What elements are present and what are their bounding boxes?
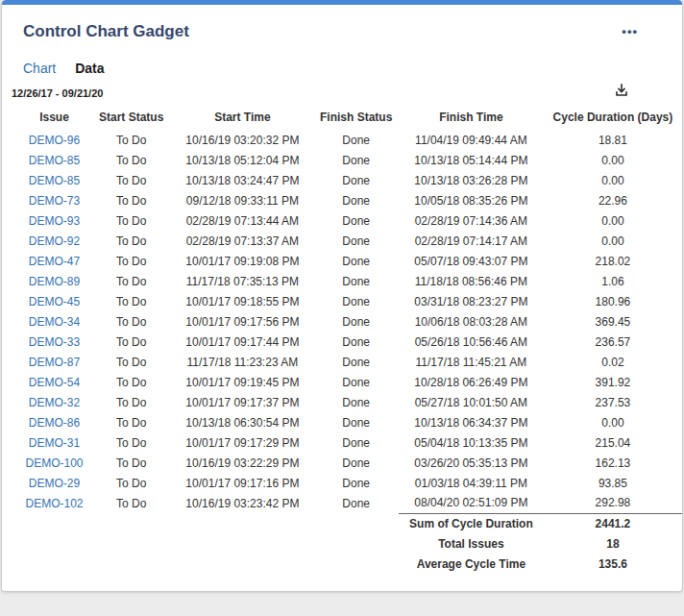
table-cell: To Do <box>91 352 171 372</box>
issue-link[interactable]: DEMO-73 <box>29 194 80 208</box>
issue-link[interactable]: DEMO-34 <box>29 315 80 329</box>
issue-link[interactable]: DEMO-45 <box>29 295 80 308</box>
table-cell: To Do <box>91 150 171 170</box>
table-cell: 02/28/19 07:14:17 AM <box>399 231 544 251</box>
table-cell: 05/04/18 10:13:35 PM <box>399 432 544 453</box>
table-cell: 180.96 <box>544 291 682 311</box>
table-cell: 10/01/17 09:17:29 PM <box>171 432 313 453</box>
issue-link[interactable]: DEMO-92 <box>29 234 80 248</box>
table-row: DEMO-100To Do10/16/19 03:22:29 PMDone03/… <box>17 453 682 473</box>
table-cell: 10/13/18 03:26:28 PM <box>399 170 544 190</box>
table-cell: 292.98 <box>544 493 682 513</box>
issue-link[interactable]: DEMO-85 <box>29 174 80 187</box>
table-cell: Done <box>313 432 398 453</box>
table-cell: To Do <box>91 493 171 513</box>
control-chart-gadget-card: Control Chart Gadget ••• Chart Data 12/2… <box>1 0 683 592</box>
table-cell: 02/28/19 07:13:44 AM <box>171 210 313 231</box>
tab-chart[interactable]: Chart <box>23 61 56 76</box>
table-header-row: IssueStart StatusStart TimeFinish Status… <box>17 109 682 130</box>
issue-cell: DEMO-86 <box>17 412 91 432</box>
issue-cell: DEMO-89 <box>17 271 91 291</box>
table-cell: 10/16/19 03:20:32 PM <box>171 130 313 150</box>
table-cell: Done <box>313 453 398 473</box>
table-cell: Done <box>313 493 398 513</box>
table-cell: 10/05/18 08:35:26 PM <box>399 190 544 210</box>
table-row: DEMO-34To Do10/01/17 09:17:56 PMDone10/0… <box>17 311 682 332</box>
ellipsis-icon: ••• <box>622 24 638 38</box>
table-cell: 0.02 <box>544 352 682 372</box>
table-cell: To Do <box>91 190 171 210</box>
table-cell: To Do <box>91 412 171 432</box>
table-cell: To Do <box>91 392 171 412</box>
issue-cell: DEMO-31 <box>17 432 91 453</box>
issue-link[interactable]: DEMO-93 <box>29 214 80 228</box>
table-cell: To Do <box>91 130 171 150</box>
issue-link[interactable]: DEMO-102 <box>25 497 83 510</box>
tab-data[interactable]: Data <box>75 61 104 76</box>
table-cell: 0.00 <box>544 210 682 231</box>
table-row: DEMO-32To Do10/01/17 09:17:37 PMDone05/2… <box>17 392 682 412</box>
column-header: Cycle Duration (Days) <box>544 109 682 130</box>
table-cell: 10/01/17 09:18:55 PM <box>171 291 313 311</box>
gadget-tabs: Chart Data <box>2 41 682 76</box>
table-cell: 215.04 <box>544 432 682 453</box>
issue-link[interactable]: DEMO-85 <box>29 154 80 167</box>
table-cell: 10/01/17 09:19:45 PM <box>171 372 313 392</box>
table-row: DEMO-86To Do10/13/18 06:30:54 PMDone10/1… <box>17 412 682 432</box>
table-cell: 10/13/18 03:24:47 PM <box>171 170 313 190</box>
issue-link[interactable]: DEMO-96 <box>29 134 80 147</box>
summary-spacer <box>17 554 399 574</box>
download-icon[interactable] <box>614 83 629 98</box>
issue-link[interactable]: DEMO-100 <box>25 456 83 470</box>
issue-link[interactable]: DEMO-87 <box>29 356 80 369</box>
table-cell: 0.00 <box>544 231 682 251</box>
table-cell: 1.06 <box>544 271 682 291</box>
table-cell: 10/01/17 09:17:37 PM <box>171 392 313 412</box>
table-cell: To Do <box>91 251 171 271</box>
table-cell: To Do <box>91 170 171 190</box>
table-row: DEMO-33To Do10/01/17 09:17:44 PMDone05/2… <box>17 332 682 352</box>
summary-value: 135.6 <box>544 554 682 574</box>
table-row: DEMO-92To Do02/28/19 07:13:37 AMDone02/2… <box>17 231 682 251</box>
issue-link[interactable]: DEMO-32 <box>29 396 80 409</box>
issue-link[interactable]: DEMO-33 <box>29 335 80 349</box>
issue-link[interactable]: DEMO-54 <box>29 376 80 389</box>
table-cell: Done <box>313 130 398 150</box>
table-row: DEMO-93To Do02/28/19 07:13:44 AMDone02/2… <box>17 210 682 231</box>
gadget-menu-button[interactable]: ••• <box>622 27 638 37</box>
gadget-header: Control Chart Gadget ••• <box>2 5 682 41</box>
issue-link[interactable]: DEMO-47 <box>29 255 80 268</box>
issue-cell: DEMO-34 <box>17 311 91 332</box>
table-cell: Done <box>313 392 398 412</box>
issue-cell: DEMO-96 <box>17 130 91 150</box>
table-cell: To Do <box>91 231 171 251</box>
issue-link[interactable]: DEMO-29 <box>29 477 80 490</box>
table-cell: Done <box>313 251 398 271</box>
table-row: DEMO-89To Do11/17/18 07:35:13 PMDone11/1… <box>17 271 682 291</box>
table-row: DEMO-85To Do10/13/18 03:24:47 PMDone10/1… <box>17 170 682 190</box>
table-cell: 09/12/18 09:33:11 PM <box>171 190 313 210</box>
issue-link[interactable]: DEMO-86 <box>29 416 80 430</box>
issue-cell: DEMO-54 <box>17 372 91 392</box>
issue-link[interactable]: DEMO-31 <box>29 436 80 450</box>
table-cell: 10/13/18 05:14:44 PM <box>399 150 544 170</box>
table-cell: Done <box>313 412 398 432</box>
table-row: DEMO-29To Do10/01/17 09:17:16 PMDone01/0… <box>17 473 682 493</box>
table-cell: 03/26/20 05:35:13 PM <box>399 453 544 473</box>
issue-cell: DEMO-93 <box>17 210 91 231</box>
summary-label: Total Issues <box>399 533 544 554</box>
issue-link[interactable]: DEMO-89 <box>29 275 80 288</box>
table-row: DEMO-54To Do10/01/17 09:19:45 PMDone10/2… <box>17 372 682 392</box>
table-row: DEMO-73To Do09/12/18 09:33:11 PMDone10/0… <box>17 190 682 210</box>
table-cell: 10/06/18 08:03:28 AM <box>399 311 544 332</box>
table-cell: 02/28/19 07:13:37 AM <box>171 231 313 251</box>
table-cell: 93.85 <box>544 473 682 493</box>
table-cell: To Do <box>91 372 171 392</box>
table-cell: 11/17/18 11:45:21 AM <box>399 352 544 372</box>
table-cell: 05/07/18 09:43:07 PM <box>399 251 544 271</box>
table-cell: 0.00 <box>544 170 682 190</box>
summary-row: Total Issues18 <box>17 533 682 554</box>
download-icon-svg <box>614 83 629 98</box>
column-header: Finish Status <box>313 109 398 130</box>
table-cell: Done <box>313 271 398 291</box>
